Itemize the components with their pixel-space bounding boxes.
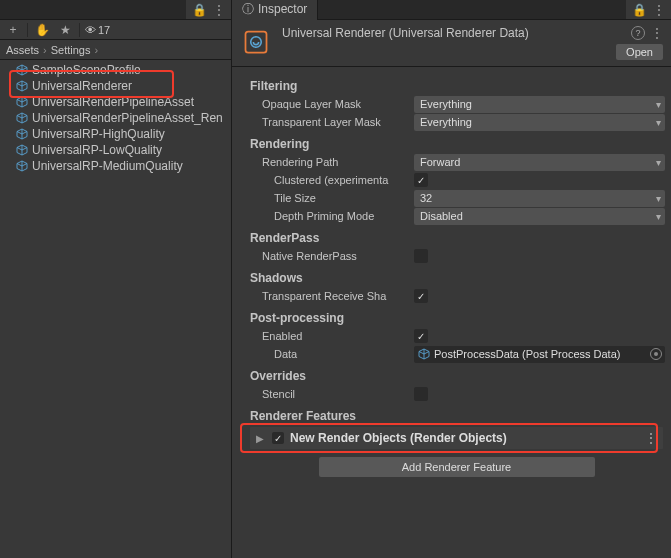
scriptable-icon (16, 144, 28, 156)
section-renderer-features: Renderer Features (232, 403, 671, 425)
label-clustered: Clustered (experimenta (274, 174, 410, 186)
scriptable-icon (16, 96, 28, 108)
asset-urp-asset-renderer[interactable]: UniversalRenderPipelineAsset_Ren (0, 110, 231, 126)
checkbox-clustered[interactable]: ✓ (414, 173, 428, 187)
scriptable-icon (16, 160, 28, 172)
asset-samplesceneprofile[interactable]: SampleSceneProfile (0, 62, 231, 78)
checkbox-native-renderpass[interactable] (414, 249, 428, 263)
asset-urp-low[interactable]: UniversalRP-LowQuality (0, 142, 231, 158)
lock-icon[interactable]: 🔒 (192, 3, 207, 17)
scriptable-icon (16, 112, 28, 124)
asset-urp-high[interactable]: UniversalRP-HighQuality (0, 126, 231, 142)
renderer-data-icon (240, 26, 272, 58)
eye-icon: 👁 (85, 24, 96, 36)
section-shadows: Shadows (232, 265, 671, 287)
checkbox-feature-enabled[interactable]: ✓ (272, 432, 284, 444)
open-button[interactable]: Open (616, 44, 663, 60)
chevron-right-icon: › (43, 44, 47, 56)
section-filtering: Filtering (232, 73, 671, 95)
label-rendering-path: Rendering Path (262, 156, 410, 168)
label-native-renderpass: Native RenderPass (262, 250, 410, 262)
label-tile-size: Tile Size (274, 192, 410, 204)
renderer-feature-item[interactable]: ▶ ✓ New Render Objects (Render Objects) … (250, 427, 663, 449)
add-renderer-feature-button[interactable]: Add Renderer Feature (319, 457, 595, 477)
info-icon: ⓘ (242, 2, 254, 16)
scriptable-icon (16, 128, 28, 140)
label-stencil: Stencil (262, 388, 410, 400)
label-depth-priming: Depth Priming Mode (274, 210, 410, 222)
object-picker-icon[interactable] (650, 348, 662, 360)
dropdown-tile-size[interactable]: 32 (414, 190, 665, 207)
chevron-right-icon[interactable]: ▶ (256, 433, 266, 444)
label-post-data: Data (274, 348, 410, 360)
tab-inspector[interactable]: ⓘInspector (232, 0, 318, 20)
star-icon[interactable]: ★ (56, 22, 74, 38)
dropdown-depth-priming[interactable]: Disabled (414, 208, 665, 225)
asset-urp-asset[interactable]: UniversalRenderPipelineAsset (0, 94, 231, 110)
scriptable-icon (16, 80, 28, 92)
scriptable-icon (418, 348, 430, 360)
feature-menu-icon[interactable]: ⋮ (644, 430, 657, 446)
feature-label: New Render Objects (Render Objects) (290, 431, 638, 445)
asset-urp-medium[interactable]: UniversalRP-MediumQuality (0, 158, 231, 174)
visibility-count: 17 (98, 24, 110, 36)
label-transparent-shadows: Transparent Receive Sha (262, 290, 410, 302)
checkbox-transparent-shadows[interactable]: ✓ (414, 289, 428, 303)
section-postprocessing: Post-processing (232, 305, 671, 327)
hand-icon[interactable]: ✋ (33, 22, 51, 38)
asset-tree: SampleSceneProfile UniversalRenderer Uni… (0, 60, 231, 176)
section-rendering: Rendering (232, 131, 671, 153)
breadcrumb-assets[interactable]: Assets (6, 44, 39, 56)
help-icon[interactable]: ? (631, 26, 645, 40)
chevron-right-icon: › (94, 44, 98, 56)
preset-menu-icon[interactable]: ⋮ (651, 26, 663, 40)
dropdown-opaque-mask[interactable]: Everything (414, 96, 665, 113)
scriptable-icon (16, 64, 28, 76)
label-opaque-mask: Opaque Layer Mask (262, 98, 410, 110)
section-overrides: Overrides (232, 363, 671, 385)
checkbox-post-enabled[interactable]: ✓ (414, 329, 428, 343)
panel-menu-icon[interactable]: ⋮ (653, 3, 665, 17)
label-post-enabled: Enabled (262, 330, 410, 342)
checkbox-stencil[interactable] (414, 387, 428, 401)
section-renderpass: RenderPass (232, 225, 671, 247)
dropdown-transparent-mask[interactable]: Everything (414, 114, 665, 131)
panel-menu-icon[interactable]: ⋮ (213, 3, 225, 17)
create-icon[interactable]: + (4, 22, 22, 38)
asset-universalrenderer[interactable]: UniversalRenderer (0, 78, 231, 94)
inspector-title: Universal Renderer (Universal Renderer D… (282, 26, 625, 40)
breadcrumb-settings[interactable]: Settings (51, 44, 91, 56)
dropdown-rendering-path[interactable]: Forward (414, 154, 665, 171)
lock-icon[interactable]: 🔒 (632, 3, 647, 17)
breadcrumb[interactable]: Assets › Settings › (0, 40, 231, 60)
objectfield-post-data[interactable]: PostProcessData (Post Process Data) (414, 346, 665, 363)
svg-rect-0 (246, 32, 267, 53)
label-transparent-mask: Transparent Layer Mask (262, 116, 410, 128)
